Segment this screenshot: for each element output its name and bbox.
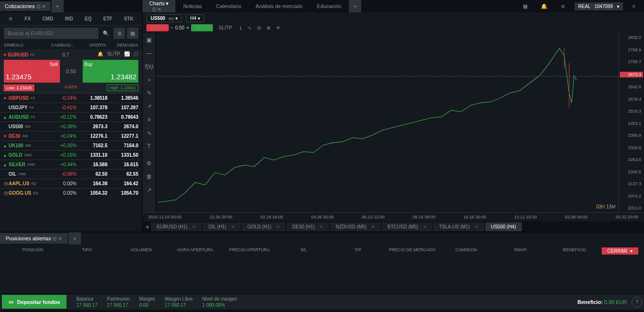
bid-price: 62.50 (77, 171, 107, 177)
chart-tab[interactable]: EURUSD (H1)✕ (151, 222, 202, 231)
layout-icon[interactable]: ▦ (519, 1, 531, 11)
quote-row[interactable]: OILCMD -0.06% 62.50 62.55 (0, 169, 142, 179)
plus-icon[interactable]: + (186, 25, 189, 30)
chart-symbol[interactable]: US500 IND ▾ (146, 14, 182, 22)
favorites-tab[interactable]: ☆ (9, 16, 13, 21)
cross-tool[interactable]: ＋ (143, 73, 155, 86)
chart-tab[interactable]: NZDUSD (M5)✕ (330, 222, 381, 231)
bid-price: 107.378 (77, 105, 107, 110)
close-icon[interactable]: ✕ (475, 224, 479, 229)
nav-education[interactable]: Educación (310, 1, 348, 11)
share-tool[interactable]: ↗ (143, 183, 155, 197)
chart-tab[interactable]: DE30 (H1)✕ (287, 222, 329, 231)
list-view-icon[interactable]: ≣ (114, 28, 125, 39)
direction-icon: ◷ (4, 181, 9, 186)
card-icon: ▭ (9, 299, 13, 305)
close-icon[interactable]: ✕ (276, 224, 280, 229)
quote-row[interactable]: USDJPYFX -0.41% 107.378 107.397 (0, 103, 142, 112)
close-icon[interactable]: ✕ (423, 224, 427, 229)
quotes-tab[interactable]: Cotizaciones ⊡ ✕ (0, 1, 50, 11)
draw-tool[interactable]: ✎ (143, 86, 155, 100)
tabs-prev[interactable]: ◀ (143, 224, 151, 229)
chart-tab[interactable]: US500 (H4) (485, 222, 522, 231)
menu-icon[interactable]: ≡ (629, 1, 639, 11)
etf-tab[interactable]: ETF (103, 16, 112, 21)
sell-price: 1.23475 (6, 73, 58, 81)
close-icon[interactable]: ✕ (371, 224, 375, 229)
bell-icon[interactable]: 🔔 (97, 51, 103, 58)
quote-row[interactable]: ▾ GBPUSDFX -0.24% 1.38518 1.38546 (0, 93, 142, 103)
bell-icon[interactable]: 🔔 (537, 1, 551, 11)
info-icon[interactable]: ⓘ (134, 51, 138, 58)
line-tool[interactable]: — (143, 47, 155, 60)
wave-tool[interactable]: ∿ (143, 126, 155, 140)
minus-icon[interactable]: − (171, 25, 173, 30)
quote-row[interactable]: ▴ AUDUSDFX +0.11% 0.78623 0.78643 (0, 112, 142, 122)
arrow-tool[interactable]: ↗ (143, 100, 155, 113)
quote-row[interactable]: ▾ DE30IND +0.24% 12276.1 12277.1 (0, 131, 142, 141)
search-icon[interactable]: 🔍 (100, 28, 112, 39)
grid-view-icon[interactable]: ▦ (127, 28, 138, 39)
quote-list[interactable]: ▾ GBPUSDFX -0.24% 1.38518 1.38546 USDJPY… (0, 93, 142, 232)
tool-icon[interactable]: ⫿ (240, 25, 242, 30)
positions-tab[interactable]: Posiciones abiertas ⊡ ✕ (0, 233, 67, 244)
chart-mini-icon[interactable]: 📈 (124, 51, 130, 58)
quote-row[interactable]: ▴ UK100IND +0.35% 7162.5 7164.0 (0, 141, 142, 150)
fib-tool[interactable]: ≡ (143, 113, 155, 126)
nav-calendar[interactable]: Calendario (210, 1, 248, 11)
symbol-search-input[interactable] (4, 28, 98, 39)
close-all-button[interactable]: CERRAR ▾ (602, 247, 638, 255)
chart-tab[interactable]: GOLD (H1)✕ (241, 222, 286, 231)
close-icon[interactable]: ✕ (192, 224, 196, 229)
sell-button[interactable]: Sell 1.23475 (4, 60, 60, 83)
fx-tab[interactable]: FX (25, 16, 31, 21)
help-icon[interactable]: ? (632, 297, 642, 307)
quote-row[interactable]: US500IND +0.38% 2673.3 2674.0 (0, 122, 142, 131)
text-tool[interactable]: T (143, 140, 155, 153)
timeframe-selector[interactable]: H4 ▾ (186, 14, 204, 22)
indicators-icon[interactable]: ∿ (248, 25, 251, 30)
delete-tool[interactable]: 🗑 (143, 170, 155, 183)
chart-tab[interactable]: OIL (H1)✕ (202, 222, 240, 231)
quote-row[interactable]: ◷ AAPL.USEQ 0.00% 164.38 164.42 (0, 179, 142, 188)
chart-tab[interactable]: BTCUSD (M5)✕ (382, 222, 432, 231)
symbol-name: US500 (9, 124, 23, 129)
bid-pill[interactable]: 2673.3 (146, 24, 169, 31)
stk-tab[interactable]: STK (124, 16, 134, 21)
ind-tab[interactable]: IND (65, 16, 73, 21)
ask-pill[interactable]: 2674.0 (191, 24, 213, 31)
chart-canvas[interactable]: 03H 13M (156, 33, 618, 212)
quote-row[interactable]: ▴ SILVERCMD +0.34% 16.588 16.615 (0, 160, 142, 169)
fx-tool[interactable]: f(x) (143, 60, 155, 73)
zoom-in-icon[interactable]: ⊕ (267, 25, 270, 30)
cmd-tab[interactable]: CMD (42, 16, 53, 21)
account-selector[interactable]: REAL 1047099 ▾ (575, 2, 623, 10)
add-positions-tab[interactable]: + (68, 232, 81, 245)
chart-tab[interactable]: TSLA.US (M1)✕ (433, 222, 484, 231)
settings-tool[interactable]: ⚙ (143, 157, 155, 170)
quote-row[interactable]: ▴ GOLDCMD +0.16% 1331.10 1331.50 (0, 150, 142, 160)
sltp-label[interactable]: SL/TP (107, 51, 120, 58)
window-controls[interactable]: ⊡ ✕ (53, 236, 62, 241)
quote-row[interactable]: ◷ GOOG.USEQ 0.00% 1054.32 1054.70 (0, 188, 142, 198)
buy-button[interactable]: Buy 1.23482 (83, 60, 139, 83)
add-quotes-tab[interactable]: + (51, 0, 64, 12)
sltp-label[interactable]: SL/TP (219, 25, 232, 30)
add-chart-tab[interactable]: + (349, 0, 361, 12)
ask-price: 62.55 (107, 171, 138, 177)
close-icon[interactable]: ✕ (231, 224, 235, 229)
nav-news[interactable]: Noticias (176, 1, 208, 11)
deposit-button[interactable]: ▭ Depositar fondos (2, 295, 67, 309)
direction-icon: ◷ (4, 190, 9, 196)
ask-price: 0.78643 (107, 114, 138, 120)
close-icon[interactable]: ✕ (319, 224, 323, 229)
bid-price: 1331.10 (77, 152, 107, 158)
window-controls[interactable]: ⊡ ✕ (37, 4, 46, 9)
crosshair-icon[interactable]: ✛ (276, 25, 280, 30)
zoom-out-icon[interactable]: ⊖ (257, 25, 261, 30)
ask-price: 2674.0 (107, 124, 138, 129)
expanded-volume[interactable]: 0.7 (63, 52, 69, 57)
eq-tab[interactable]: EQ (85, 16, 91, 21)
cursor-tool[interactable]: ▣ (143, 33, 155, 47)
nav-analysis[interactable]: Análisis de mercado (249, 1, 309, 11)
